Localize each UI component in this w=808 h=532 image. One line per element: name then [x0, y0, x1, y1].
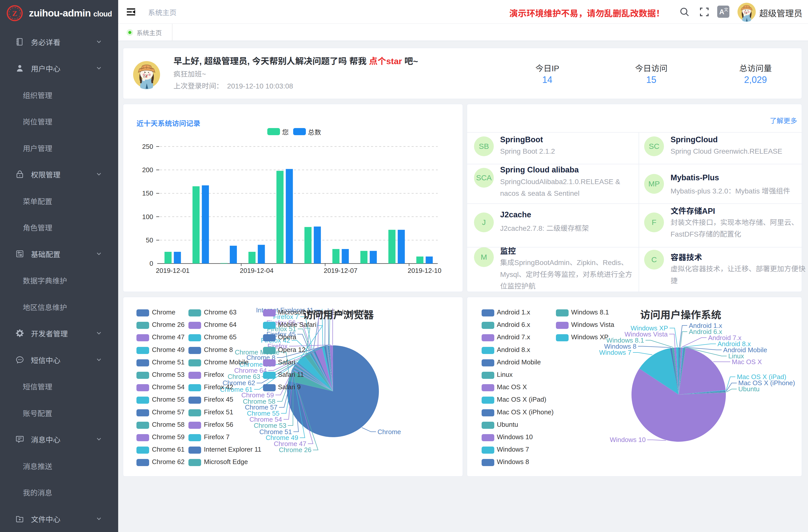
svg-text:200: 200: [142, 166, 153, 174]
svg-text:2019-12-07: 2019-12-07: [324, 267, 357, 274]
svg-text:Mac OS X: Mac OS X: [732, 358, 762, 366]
svg-text:100: 100: [142, 213, 153, 221]
svg-text:2019-12-10: 2019-12-10: [408, 267, 442, 274]
svg-text:0: 0: [150, 260, 153, 267]
svg-text:Chrome 26: Chrome 26: [279, 446, 311, 454]
svg-text:2019-12-04: 2019-12-04: [240, 267, 274, 274]
svg-text:文: 文: [724, 7, 728, 12]
svg-text:A: A: [719, 8, 724, 16]
svg-text:150: 150: [142, 189, 153, 197]
svg-text:50: 50: [146, 236, 153, 244]
svg-text:Windows 10: Windows 10: [610, 436, 646, 443]
svg-text:250: 250: [142, 143, 153, 150]
svg-text:Z: Z: [12, 9, 17, 18]
svg-text:2019-12-01: 2019-12-01: [156, 267, 190, 274]
svg-text:Windows 7: Windows 7: [599, 349, 631, 356]
svg-text:Chrome: Chrome: [378, 428, 401, 436]
svg-text:Ubuntu: Ubuntu: [738, 385, 759, 393]
